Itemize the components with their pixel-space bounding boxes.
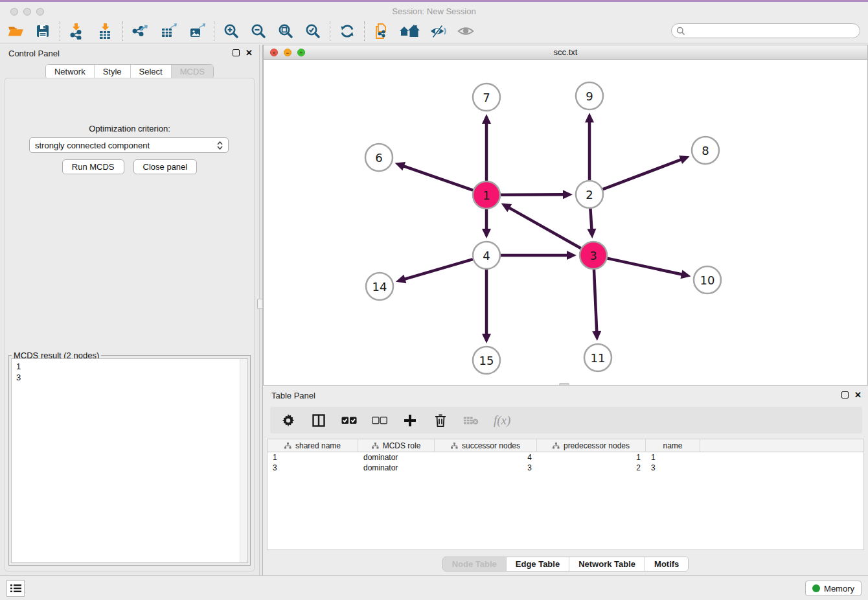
close-panel-button[interactable]: Close panel: [133, 159, 198, 174]
table-panel-title: Table Panel: [271, 391, 315, 400]
zoom-fit-icon[interactable]: [277, 22, 295, 40]
select-all-icon[interactable]: [341, 413, 357, 428]
column-header-predecessor-nodes[interactable]: predecessor nodes: [537, 439, 646, 452]
add-column-icon[interactable]: [402, 413, 418, 428]
memory-button[interactable]: Memory: [805, 581, 862, 596]
edge-arrowhead: [680, 270, 691, 279]
close-panel-icon[interactable]: ✕: [246, 49, 253, 56]
graph-edge[interactable]: [403, 166, 473, 190]
app-window: Session: New Session: [0, 0, 868, 600]
close-table-panel-icon[interactable]: ✕: [854, 391, 862, 398]
gear-icon[interactable]: [280, 413, 296, 428]
node-label: 3: [589, 249, 597, 262]
cell-predecessor-nodes: 1: [537, 453, 646, 462]
graph-edge[interactable]: [608, 259, 683, 275]
table-row[interactable]: 3 dominator 3 2 3: [268, 463, 863, 473]
deselect-all-icon[interactable]: [372, 413, 387, 428]
control-panel-header: Control Panel ✕: [0, 45, 259, 63]
import-network-icon[interactable]: [68, 22, 86, 40]
edge-arrowhead: [567, 251, 577, 260]
import-table-icon[interactable]: [97, 22, 115, 40]
tab-mcds[interactable]: MCDS: [171, 65, 213, 78]
cell-shared-name: 3: [268, 463, 358, 472]
tab-node-table[interactable]: Node Table: [443, 557, 506, 571]
control-panel-title: Control Panel: [8, 49, 60, 58]
optimization-criterion-value: strongly connected component: [35, 141, 150, 150]
column-header-mcds-role[interactable]: MCDS role: [358, 439, 435, 452]
splitter-handle[interactable]: [257, 299, 263, 309]
cell-mcds-role: dominator: [358, 463, 435, 472]
eye-icon[interactable]: [457, 22, 475, 40]
tab-style[interactable]: Style: [94, 65, 130, 78]
mcds-result-text[interactable]: 1 3: [11, 358, 248, 563]
tab-network-table[interactable]: Network Table: [569, 557, 645, 571]
task-history-button[interactable]: [6, 580, 25, 597]
node-label: 7: [483, 91, 490, 104]
column-header-name[interactable]: name: [646, 439, 700, 452]
search-input[interactable]: [688, 26, 860, 36]
tab-edge-table[interactable]: Edge Table: [506, 557, 569, 571]
hierarchy-icon: [284, 443, 291, 449]
hierarchy-icon: [372, 443, 379, 449]
graph-edge[interactable]: [603, 159, 682, 189]
zoom-selected-icon[interactable]: [304, 22, 322, 40]
cell-name: 1: [646, 453, 700, 462]
network-window-title: scc.txt: [264, 47, 867, 57]
node-label: 2: [586, 188, 593, 202]
refresh-icon[interactable]: [338, 22, 356, 40]
optimization-criterion-label: Optimization criterion:: [5, 124, 254, 133]
tab-network[interactable]: Network: [46, 65, 94, 78]
edge-arrowhead: [396, 275, 406, 283]
split-columns-icon[interactable]: [311, 413, 326, 428]
app-title: Session: New Session: [0, 6, 868, 16]
column-header-shared-name[interactable]: shared name: [268, 439, 358, 452]
toolbar-separator: [60, 21, 60, 41]
network-window: × − + scc.txt 7968124314101511: [263, 45, 868, 386]
table-row[interactable]: 1 dominator 4 1 1: [268, 452, 863, 463]
eye-slash-icon[interactable]: [429, 22, 448, 40]
graph-edge[interactable]: [590, 209, 591, 230]
network-window-titlebar: × − + scc.txt: [264, 45, 867, 60]
graph-edge[interactable]: [508, 207, 581, 248]
graph-edge[interactable]: [501, 194, 564, 195]
tab-select[interactable]: Select: [130, 65, 171, 78]
graph-edge[interactable]: [404, 259, 472, 279]
float-table-panel-icon[interactable]: [841, 391, 849, 398]
table-panel: Table Panel ✕: [263, 387, 868, 576]
first-neighbors-icon[interactable]: [398, 22, 422, 40]
search-box[interactable]: [671, 23, 860, 38]
list-icon: [10, 584, 21, 593]
cell-predecessor-nodes: 2: [537, 463, 646, 472]
node-label: 15: [479, 354, 494, 367]
delete-column-icon[interactable]: [433, 413, 448, 428]
zoom-out-icon[interactable]: [249, 22, 268, 40]
result-line: 1: [16, 361, 247, 372]
open-folder-icon[interactable]: [6, 22, 25, 40]
tab-motifs[interactable]: Motifs: [645, 557, 688, 571]
export-network-icon[interactable]: [131, 22, 149, 40]
graph-edge[interactable]: [594, 270, 597, 332]
horizontal-splitter-handle[interactable]: [559, 383, 569, 386]
edge-arrowhead: [585, 113, 594, 122]
save-icon[interactable]: [34, 22, 52, 40]
export-image-icon[interactable]: [188, 22, 206, 40]
column-header-successor-nodes[interactable]: successor nodes: [435, 439, 537, 452]
network-canvas[interactable]: 7968124314101511: [264, 60, 867, 385]
result-scrollbar[interactable]: [240, 359, 247, 562]
clone-network-icon[interactable]: [372, 22, 391, 40]
node-label: 6: [375, 151, 382, 165]
run-mcds-button[interactable]: Run MCDS: [62, 159, 124, 174]
search-icon: [676, 27, 685, 36]
hierarchy-icon: [451, 443, 458, 449]
zoom-in-icon[interactable]: [222, 22, 240, 40]
cell-successor-nodes: 4: [435, 453, 537, 462]
result-line: 3: [16, 372, 247, 383]
memory-status-icon: [812, 584, 820, 592]
node-label: 11: [591, 351, 606, 365]
export-table-icon[interactable]: [159, 22, 177, 40]
edge-arrowhead: [395, 162, 405, 170]
edge-arrowhead: [482, 114, 491, 124]
float-panel-icon[interactable]: [233, 49, 240, 56]
optimization-criterion-select[interactable]: strongly connected component: [29, 137, 229, 153]
function-builder-icon: f(x): [494, 413, 510, 428]
